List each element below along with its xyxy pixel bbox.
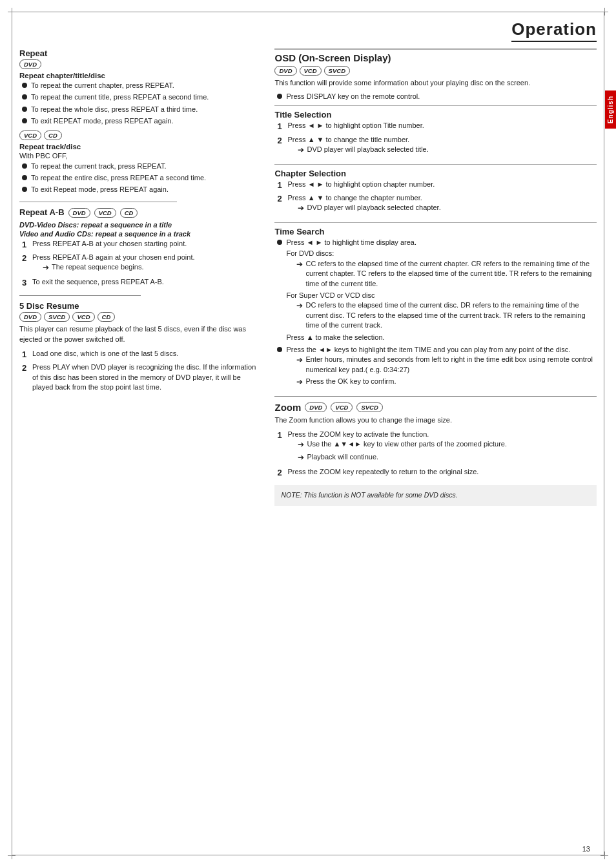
crosshair-br	[601, 851, 608, 859]
repeat-ab-italic1: DVD-Video Discs: repeat a sequence in a …	[19, 221, 262, 229]
bullet-dot	[22, 187, 27, 192]
page-title-area: Operation	[511, 19, 597, 42]
list-item: Press the ◄► keys to highlight the item …	[277, 345, 597, 390]
list-item: 2 Press PLAY when DVD player is recogniz…	[22, 362, 262, 392]
note-box: NOTE: This function is NOT available for…	[274, 485, 597, 506]
zoom-dvd: DVD	[305, 402, 327, 412]
repeat-chapter-bullets: To repeat the current chapter, press REP…	[22, 81, 262, 127]
repeat-ab-vcd-badge: VCD	[94, 208, 116, 218]
disc-resume-cd: CD	[98, 312, 116, 322]
arrow-item: ➔ DC refers to the elapsed time of the c…	[296, 300, 597, 330]
disc-resume-vcd: VCD	[72, 312, 94, 322]
right-column: OSD (On-Screen Display) DVD VCD SVCD Thi…	[274, 48, 597, 848]
list-item: To repeat the current chapter, press REP…	[22, 81, 262, 90]
zoom-vcd: VCD	[331, 402, 353, 412]
repeat-track-title: Repeat track/disc	[19, 143, 262, 151]
disc-resume-badges: DVD SVCD VCD CD	[19, 312, 262, 322]
content-area: Repeat DVD Repeat chapter/title/disc To …	[19, 48, 597, 848]
disc-resume-svcd: SVCD	[44, 312, 70, 322]
arrow-item: ➔ The repeat sequence begins.	[43, 262, 195, 273]
page-border-top	[12, 12, 604, 12]
osd-title: OSD (On-Screen Display)	[274, 52, 391, 63]
zoom-title: Zoom	[274, 402, 301, 413]
osd-svcd: SVCD	[324, 66, 350, 76]
zoom-header: Zoom DVD VCD SVCD	[274, 402, 597, 413]
bullet-dot	[22, 83, 27, 88]
list-item: 2 Press the ZOOM key repeatedly to retur…	[277, 467, 597, 479]
disc-resume-section: 5 Disc Resume DVD SVCD VCD CD This playe…	[19, 301, 262, 392]
bullet-dot	[277, 94, 282, 99]
list-item: 2 Press ▲ ▼ to change the chapter number…	[277, 193, 597, 216]
bullet-dot	[22, 94, 27, 99]
arrow-item: ➔ Press the OK key to confirm.	[296, 377, 597, 388]
divider-2	[19, 295, 141, 296]
divider-osd-title	[274, 105, 597, 106]
arrow-item: ➔ DVD player will playback selected chap…	[298, 203, 440, 214]
list-item: To repeat the current title, press REPEA…	[22, 92, 262, 102]
osd-desc: This function will provide some informat…	[274, 78, 597, 89]
divider-time	[274, 222, 597, 223]
page-border-bottom	[12, 855, 604, 855]
repeat-ab-title: Repeat A-B	[19, 207, 65, 217]
chapter-selection-steps: 1 Press ◄ ► to highlight option chapter …	[277, 180, 597, 216]
list-item: 2 Press ▲ ▼ to change the title number. …	[277, 135, 597, 158]
repeat-track-desc: With PBC OFF,	[19, 152, 262, 160]
zoom-desc: The Zoom function allows you to change t…	[274, 415, 597, 426]
bullet-dot	[22, 175, 27, 180]
list-item: 1 Press the ZOOM key to activate the fun…	[277, 430, 597, 465]
arrow-item: ➔ DVD player will playback selected titl…	[298, 145, 428, 156]
page-border-left	[12, 12, 12, 855]
bullet-dot	[22, 163, 27, 169]
divider-chapter	[274, 164, 597, 165]
repeat-ab-section: Repeat A-B DVD VCD CD DVD-Video Discs: r…	[19, 207, 262, 289]
disc-resume-title: 5 Disc Resume	[19, 301, 262, 311]
time-search-section: Time Search Press ◄ ► to highlight time …	[274, 227, 597, 390]
list-item: To repeat the current track, press REPEA…	[22, 162, 262, 171]
list-item: 1 Press ◄ ► to highlight option chapter …	[277, 180, 597, 191]
repeat-dvd-badge-row: DVD	[19, 59, 262, 69]
chapter-selection-section: Chapter Selection 1 Press ◄ ► to highlig…	[274, 169, 597, 216]
arrow-item: ➔ CC refers to the elapsed time of the c…	[296, 259, 597, 289]
title-selection-section: Title Selection 1 Press ◄ ► to highlight…	[274, 110, 597, 157]
list-item: 2 Press REPEAT A-B again at your chosen …	[22, 253, 262, 275]
title-selection-steps: 1 Press ◄ ► to highlight option Title nu…	[277, 121, 597, 157]
repeat-ab-dvd-badge: DVD	[68, 208, 90, 218]
bullet-dot	[22, 107, 27, 112]
list-item: 1 Press ◄ ► to highlight option Title nu…	[277, 121, 597, 132]
divider-zoom	[274, 396, 597, 397]
divider-1	[19, 202, 177, 202]
repeat-vcd-cd-badge-row: VCD CD	[19, 131, 262, 140]
bullet-dot	[22, 118, 27, 123]
list-item: 3 To exit the sequence, press REPEAT A-B…	[22, 277, 262, 289]
zoom-section: Zoom DVD VCD SVCD The Zoom function allo…	[274, 402, 597, 506]
list-item: Press DISPLAY key on the remote control.	[277, 92, 597, 101]
page-number: 13	[582, 845, 590, 853]
disc-resume-steps: 1 Load one disc, which is one of the las…	[22, 349, 262, 392]
list-item: Press ◄ ► to highlight time display area…	[277, 238, 597, 342]
repeat-ab-cd-badge: CD	[120, 208, 138, 218]
left-column: Repeat DVD Repeat chapter/title/disc To …	[19, 48, 262, 848]
osd-vcd: VCD	[300, 66, 322, 76]
osd-dvd: DVD	[274, 66, 296, 76]
repeat-title: Repeat	[19, 48, 262, 58]
list-item: 1 Load one disc, which is one of the las…	[22, 349, 262, 360]
disc-resume-dvd: DVD	[19, 312, 41, 322]
list-item: To exit REPEAT mode, press REPEAT again.	[22, 116, 262, 126]
bullet-dot	[277, 347, 282, 352]
cd-badge: CD	[44, 131, 62, 140]
arrow-item: ➔ Playback will continue.	[298, 452, 507, 463]
vcd-badge: VCD	[19, 131, 41, 140]
zoom-svcd: SVCD	[356, 402, 382, 412]
osd-bullets: Press DISPLAY key on the remote control.	[277, 92, 597, 101]
repeat-ab-steps: 1 Press REPEAT A-B at your chosen starti…	[22, 239, 262, 289]
repeat-ab-italic2: Video and Audio CDs: repeat a sequence i…	[19, 230, 262, 238]
osd-header: OSD (On-Screen Display)	[274, 52, 597, 63]
page-border-right	[604, 12, 604, 855]
osd-badges: DVD VCD SVCD	[274, 66, 597, 76]
crosshair-bl	[8, 851, 15, 859]
time-search-bullets: Press ◄ ► to highlight time display area…	[277, 238, 597, 390]
list-item: To repeat the entire disc, press REPEAT …	[22, 173, 262, 183]
list-item: 1 Press REPEAT A-B at your chosen starti…	[22, 239, 262, 251]
crosshair-tl	[8, 8, 15, 16]
bullet-dot	[277, 240, 282, 245]
